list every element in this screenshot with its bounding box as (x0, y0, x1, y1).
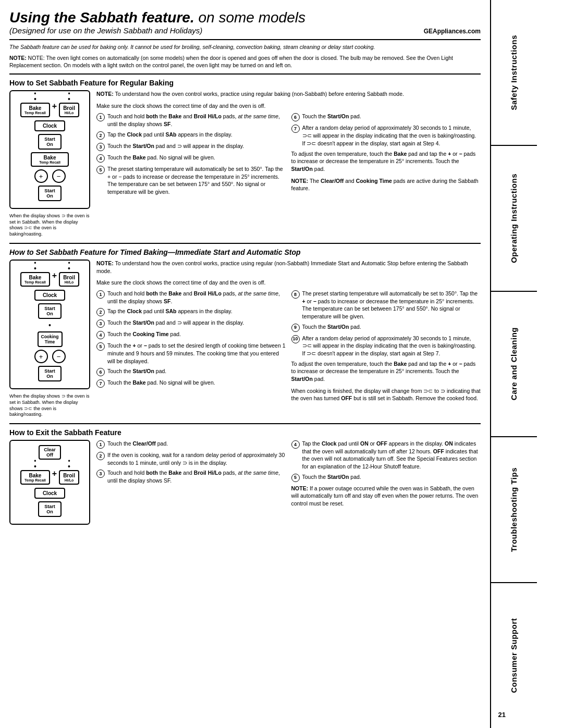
start-btn-1a[interactable]: StartOn (38, 134, 62, 150)
section2-adjust-note: To adjust the oven temperature, touch th… (291, 360, 481, 383)
oven-panel-2: • Bake Temp Recall + • Broil (9, 260, 90, 389)
step-1-4: 4 Touch the Bake pad. No signal will be … (96, 154, 286, 163)
section1-make-sure: Make sure the clock shows the correct ti… (96, 102, 481, 110)
website: GEAppliances.com (424, 28, 481, 35)
section1-steps-right: 6 Touch the Start/On pad. 7 After a rand… (291, 113, 481, 198)
step-3-3: 3 Touch and hold both the Bake and Broil… (96, 469, 286, 484)
step-2-9: 9 Touch the Start/On pad. (291, 323, 481, 332)
intro-text: The Sabbath feature can be used for baki… (9, 43, 481, 51)
clock-btn-3[interactable]: Clock (34, 488, 65, 499)
clock-btn-2[interactable]: Clock (34, 290, 65, 301)
section1-steps-list: 1 Touch and hold both the Bake and Broil… (96, 113, 286, 195)
bake-btn-1[interactable]: Bake Temp Recall (20, 103, 50, 117)
section3-steps-left: 1 Touch the Clear/Off pad. 2 If the oven… (96, 440, 286, 512)
section3-body: ClearOff • Bake Temp Recall + (9, 440, 481, 529)
step-2-7: 7 Touch the Bake pad. No signal will be … (96, 379, 286, 388)
intro-note: NOTE: NOTE: The oven light comes on auto… (9, 54, 481, 69)
section2-body: • Bake Temp Recall + • Broil (9, 260, 481, 418)
section1-steps-cols: 1 Touch and hold both the Bake and Broil… (96, 113, 481, 198)
step-2-4: 4 Touch the Cooking Time pad. (96, 330, 286, 339)
title-normal: on some models (194, 9, 305, 26)
section2-left: • Bake Temp Recall + • Broil (9, 260, 90, 418)
step-3-4: 4 Tap the Clock pad until ON or OFF appe… (291, 440, 481, 471)
minus-arrow-btn-1[interactable]: − (52, 169, 66, 183)
panel2-caption: When the display shows ⊃ the oven is set… (9, 393, 90, 418)
step-3-1: 1 Touch the Clear/Off pad. (96, 440, 286, 449)
bake-btn-3[interactable]: Bake Temp Recall (20, 470, 50, 485)
step-2-6: 6 Touch the Start/On pad. (96, 367, 286, 376)
section2-steps-list: 1 Touch and hold both the Bake and Broil… (96, 290, 286, 388)
step-1-6: 6 Touch the Start/On pad. (291, 113, 481, 121)
minus-arrow-btn-2[interactable]: − (52, 350, 66, 363)
step-1-2: 2 Tap the Clock pad until SAb appears in… (96, 131, 286, 140)
step-3-2: 2 If the oven is cooking, wait for a ran… (96, 451, 286, 466)
section1-note: NOTE: To understand how the oven control… (96, 90, 481, 98)
broil-btn-2[interactable]: Broil Hi/Lo (59, 272, 79, 287)
oven-panel-1: • Bake Temp Recall + • Broil (9, 90, 90, 209)
clock-btn-1[interactable]: Clock (34, 120, 65, 131)
main-content: Using the Sabbath feature. on some model… (0, 0, 490, 728)
main-title: Using the Sabbath feature. on some model… (9, 9, 305, 26)
right-sidebar: Safety Instructions Operating Instructio… (490, 0, 537, 728)
step-3-5: 5 Touch the Start/On pad. (291, 473, 481, 482)
start-btn-3[interactable]: StartOn (38, 501, 62, 517)
section1-left: • Bake Temp Recall + • Broil (9, 90, 90, 238)
clear-off-btn[interactable]: ClearOff (39, 445, 61, 460)
section1-adjust-note: To adjust the oven temperature, touch th… (291, 150, 481, 173)
sidebar-troubleshooting-label: Troubleshooting Tips (509, 467, 519, 552)
step-1-3: 3 Touch the Start/On pad and ⊃ will appe… (96, 142, 286, 151)
section3-steps-right: 4 Tap the Clock pad until ON or OFF appe… (291, 440, 481, 512)
bake-btn-1b[interactable]: Bake Temp Recall (31, 152, 69, 167)
sidebar-care-label: Care and Cleaning (509, 327, 519, 400)
panel1-caption: When the display shows ⊃ the oven is set… (9, 213, 90, 238)
section3-heading: How to Exit the Sabbath Feature (9, 428, 481, 437)
step-2-1: 1 Touch and hold both the Bake and Broil… (96, 290, 286, 305)
section3-right: 1 Touch the Clear/Off pad. 2 If the oven… (96, 440, 481, 529)
section1-right: NOTE: To understand how the oven control… (96, 90, 481, 238)
section1-note2: NOTE: The Clear/Off and Cooking Time pad… (291, 177, 481, 192)
broil-btn-1[interactable]: Broil Hi/Lo (59, 103, 79, 117)
panel1-top-buttons: • Bake Temp Recall + • Broil (14, 95, 86, 117)
section1-steps-right-list: 6 Touch the Start/On pad. 7 After a rand… (291, 113, 481, 147)
page-number: 21 (498, 711, 506, 719)
step-2-10: 10 After a random delay period of approx… (291, 335, 481, 357)
title-italic: Using the Sabbath feature. (9, 9, 194, 26)
section2: How to Set Sabbath Feature for Timed Bak… (9, 243, 481, 418)
title-area: Using the Sabbath feature. on some model… (9, 9, 481, 40)
step-2-2: 2 Tap the Clock pad until SAb appears in… (96, 307, 286, 316)
step-2-3: 3 Touch the Start/On pad and ⊃ will appe… (96, 319, 286, 328)
section1-heading: How to Set Sabbath Feature for Regular B… (9, 79, 481, 87)
sidebar-consumer-label: Consumer Support (509, 618, 519, 693)
plus-arrow-btn-2[interactable]: + (34, 350, 48, 363)
sidebar-operating-label: Operating Instructions (509, 174, 519, 263)
section1-body: • Bake Temp Recall + • Broil (9, 90, 481, 238)
bake-btn-2[interactable]: Bake Temp Recall (20, 272, 50, 287)
section3-steps-right-list: 4 Tap the Clock pad until ON or OFF appe… (291, 440, 481, 482)
section2-steps-right-list: 8 The preset starting temperature will a… (291, 290, 481, 357)
step-1-7: 7 After a random delay period of approxi… (291, 124, 481, 147)
cooking-time-btn[interactable]: CookingTime (38, 331, 63, 347)
panel3-top-buttons: • Bake Temp Recall + • Broil (14, 463, 86, 485)
section2-steps-left: 1 Touch and hold both the Bake and Broil… (96, 290, 286, 406)
sidebar-safety: Safety Instructions (491, 0, 537, 146)
start-btn-2a[interactable]: StartOn (38, 303, 62, 319)
step-2-5: 5 Touch the + or − pads to set the desir… (96, 342, 286, 365)
section2-steps-cols: 1 Touch and hold both the Bake and Broil… (96, 290, 481, 406)
sidebar-troubleshooting: Troubleshooting Tips (491, 437, 537, 583)
section2-make-sure: Make sure the clock shows the correct ti… (96, 279, 481, 287)
section2-steps-right: 8 The preset starting temperature will a… (291, 290, 481, 406)
section1-steps-left: 1 Touch and hold both the Bake and Broil… (96, 113, 286, 198)
page-container: Using the Sabbath feature. on some model… (0, 0, 563, 728)
oven-panel-3: ClearOff • Bake Temp Recall + (9, 440, 90, 525)
plus-arrow-btn-1[interactable]: + (34, 169, 48, 183)
sidebar-safety-label: Safety Instructions (509, 35, 519, 110)
start-btn-1b[interactable]: StartOn (38, 186, 62, 201)
section2-finish-note: When cooking is finished, the display wi… (291, 387, 481, 402)
section3-note: NOTE: If a power outage occurred while t… (291, 485, 481, 508)
start-btn-2b[interactable]: StartOn (38, 366, 62, 381)
section1: How to Set Sabbath Feature for Regular B… (9, 73, 481, 238)
sidebar-operating: Operating Instructions (491, 146, 537, 292)
section3: How to Exit the Sabbath Feature ClearOff… (9, 423, 481, 529)
section3-left: ClearOff • Bake Temp Recall + (9, 440, 90, 529)
broil-btn-3[interactable]: Broil Hi/Lo (59, 470, 79, 485)
